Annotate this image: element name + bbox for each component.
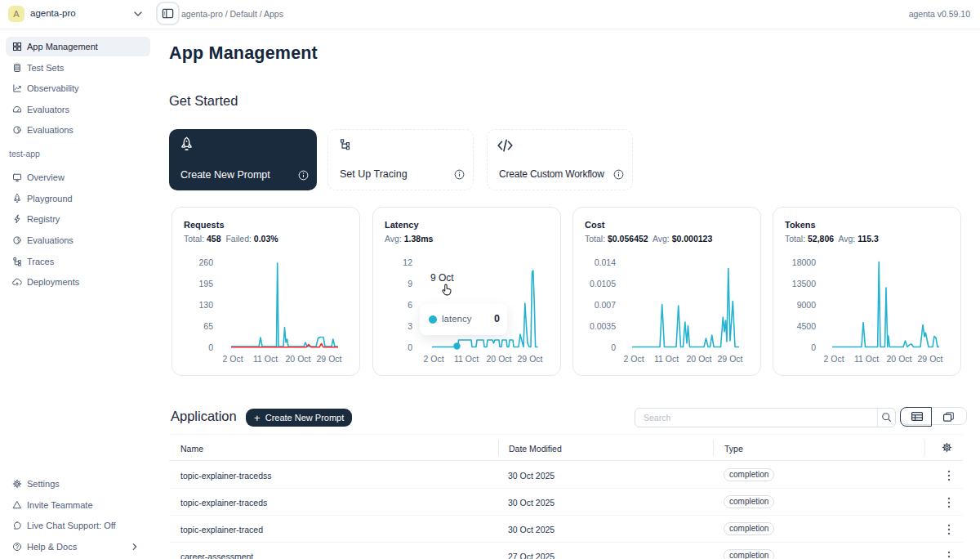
svg-text:0.014: 0.014: [595, 257, 616, 267]
svg-text:2 Oct: 2 Oct: [823, 354, 844, 364]
svg-text:0.007: 0.007: [595, 300, 616, 310]
svg-text:12: 12: [403, 257, 412, 267]
svg-text:3: 3: [408, 321, 412, 331]
svg-text:0.0035: 0.0035: [590, 321, 616, 331]
svg-text:18000: 18000: [792, 257, 816, 267]
svg-text:11 Oct: 11 Oct: [454, 354, 479, 364]
svg-text:20 Oct: 20 Oct: [687, 354, 712, 364]
svg-text:0: 0: [611, 342, 616, 352]
svg-text:6: 6: [408, 300, 412, 310]
svg-text:20 Oct: 20 Oct: [487, 354, 512, 364]
svg-text:4500: 4500: [797, 321, 817, 331]
svg-text:11 Oct: 11 Oct: [654, 354, 679, 364]
svg-text:13500: 13500: [792, 279, 816, 288]
svg-text:0: 0: [208, 342, 213, 352]
svg-text:11 Oct: 11 Oct: [253, 354, 278, 364]
svg-text:0.0105: 0.0105: [590, 279, 616, 288]
svg-text:130: 130: [198, 300, 213, 310]
svg-text:29 Oct: 29 Oct: [317, 354, 342, 364]
svg-text:260: 260: [198, 257, 213, 267]
svg-text:65: 65: [203, 321, 213, 331]
svg-text:29 Oct: 29 Oct: [918, 354, 943, 364]
svg-text:2 Oct: 2 Oct: [423, 354, 443, 364]
svg-text:29 Oct: 29 Oct: [518, 354, 543, 364]
svg-text:0: 0: [811, 342, 816, 352]
svg-text:9000: 9000: [797, 300, 817, 310]
svg-text:2 Oct: 2 Oct: [222, 354, 243, 364]
svg-text:2 Oct: 2 Oct: [623, 354, 644, 364]
svg-text:9: 9: [408, 279, 412, 288]
svg-text:29 Oct: 29 Oct: [718, 354, 743, 364]
svg-text:0: 0: [408, 342, 412, 352]
svg-text:20 Oct: 20 Oct: [286, 354, 311, 364]
svg-text:20 Oct: 20 Oct: [887, 354, 912, 364]
svg-text:11 Oct: 11 Oct: [854, 354, 879, 364]
svg-text:195: 195: [198, 279, 213, 288]
